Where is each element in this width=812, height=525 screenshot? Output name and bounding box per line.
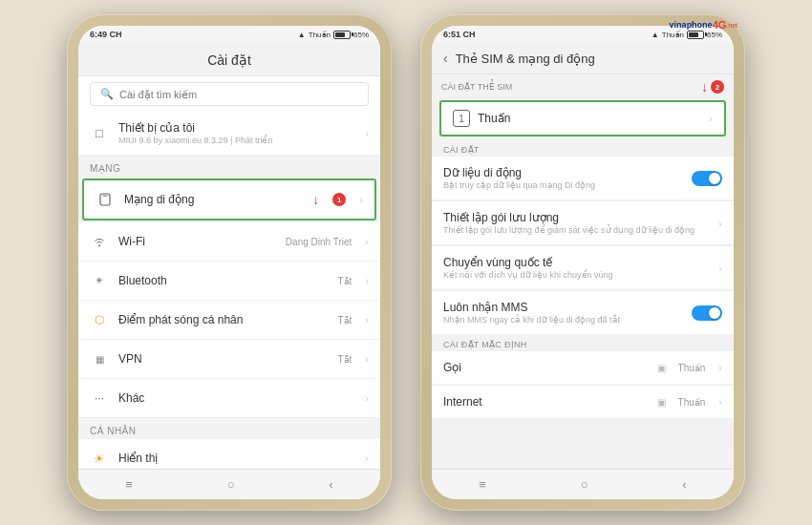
menu-item-internet[interactable]: Internet ▣ Thuấn › <box>432 386 734 419</box>
bottom-nav-1: ≡ ○ ‹ <box>78 469 380 499</box>
call-arrow: › <box>718 362 722 373</box>
internet-sim-icon: ▣ <box>657 397 666 408</box>
screen-content-1: □ Thiết bị của tôi MIUI 9.6 by xiaomi.eu… <box>78 112 380 469</box>
mobile-arrow: › <box>359 194 363 205</box>
internet-text: Internet <box>443 395 648 409</box>
search-input-1[interactable] <box>119 89 358 100</box>
mms-subtext: Nhận MMS ngay cả khi dữ liệu di động đã … <box>443 315 682 325</box>
device-text: Thiết bị của tôi <box>118 121 355 135</box>
signal-icon-2: ▲ <box>652 31 659 39</box>
mms-text: Luôn nhận MMS <box>443 301 682 314</box>
display-text: Hiển thị <box>118 452 355 465</box>
wifi-icon <box>90 232 109 251</box>
bluetooth-value: Tắt <box>337 276 352 286</box>
menu-item-mobile[interactable]: Mạng di động ↓ 1 › <box>82 178 376 220</box>
menu-item-hotspot[interactable]: ⬡ Điểm phát sóng cá nhân Tắt › <box>78 301 380 340</box>
vpn-value: Tắt <box>337 354 352 365</box>
menu-item-mms[interactable]: Luôn nhận MMS Nhận MMS ngay cả khi dữ li… <box>432 291 734 335</box>
red-arrow-2: ↓ <box>701 79 708 94</box>
menu-item-more[interactable]: ··· Khác › <box>78 379 380 418</box>
bluetooth-text: Bluetooth <box>118 274 328 287</box>
data-toggle[interactable] <box>692 171 722 186</box>
internet-arrow: › <box>718 396 722 408</box>
call-value: Thuấn <box>678 363 706 373</box>
phone-2: vinaphone 4G .net 6:51 CH ▲ Thuấn 65% ‹ … <box>420 14 745 511</box>
red-arrow-1: ↓ <box>312 192 319 207</box>
display-icon: ☀ <box>90 449 109 468</box>
annotation-2: 2 <box>711 80 724 94</box>
data-text: Dữ liệu di động <box>443 166 682 179</box>
menu-item-vpn[interactable]: ▦ VPN Tắt › <box>78 340 380 379</box>
vpn-text: VPN <box>118 352 328 366</box>
hotspot-arrow: › <box>365 314 369 326</box>
time-1: 6:49 CH <box>90 30 122 39</box>
annotation-1: 1 <box>332 193 346 206</box>
sim-item[interactable]: 1 Thuấn › <box>439 100 726 136</box>
roaming-subtext: Kết nối với dịch vụ dữ liệu khi chuyển v… <box>443 270 709 280</box>
display-arrow: › <box>365 452 369 464</box>
quota-arrow: › <box>718 218 722 229</box>
wifi-arrow: › <box>365 236 369 247</box>
mobile-text: Mạng di động <box>124 193 303 206</box>
status-bar-1: 6:49 CH ▲ Thuấn 65% <box>78 26 380 43</box>
menu-item-wifi[interactable]: Wi-Fi Dang Dinh Triet › <box>78 222 380 262</box>
more-text: Khác <box>118 391 355 405</box>
hotspot-value: Tắt <box>337 315 352 326</box>
quota-text: Thiết lập gói lưu lượng <box>443 211 709 224</box>
page-title-2: Thẻ SIM & mạng di động <box>456 52 595 66</box>
svg-rect-1 <box>103 196 108 197</box>
nav-home-1[interactable]: ○ <box>213 475 249 494</box>
hotspot-text: Điểm phát sóng cá nhân <box>118 313 328 326</box>
menu-item-bluetooth[interactable]: ✴ Bluetooth Tắt › <box>78 262 380 301</box>
settings-label: CÀI ĐẶT <box>432 140 734 157</box>
bluetooth-icon: ✴ <box>90 271 109 290</box>
mms-toggle[interactable] <box>692 305 722 321</box>
nav-home-2[interactable]: ○ <box>566 475 603 494</box>
bottom-nav-2: ≡ ○ ‹ <box>432 469 734 499</box>
signal-icon: ▲ <box>298 31 306 39</box>
roaming-arrow: › <box>718 262 722 274</box>
call-text: Gọi <box>443 361 648 374</box>
arrow-icon: › <box>365 128 369 139</box>
search-box-1[interactable]: 🔍 <box>90 82 369 106</box>
mobile-icon <box>96 190 115 209</box>
sim-name: Thuấn <box>478 112 701 125</box>
hotspot-icon: ⬡ <box>90 310 109 329</box>
menu-item-roaming[interactable]: Chuyển vùng quốc tế Kết nối với dịch vụ … <box>432 246 734 290</box>
screen-content-2: CÀI ĐẶT THẺ SIM ↓ 2 1 Thuấn › CÀI ĐẶT Dữ… <box>432 74 734 469</box>
roaming-text: Chuyển vùng quốc tế <box>443 256 709 269</box>
more-arrow: › <box>365 392 369 404</box>
menu-item-data[interactable]: Dữ liệu di động Bật truy cập dữ liệu qua… <box>432 157 734 200</box>
wifi-text: Wi-Fi <box>118 235 276 248</box>
vinaphone-logo: vinaphone 4G .net <box>670 19 737 31</box>
default-label: CÀI ĐẶT MẶC ĐỊNH <box>432 335 734 351</box>
menu-item-device[interactable]: □ Thiết bị của tôi MIUI 9.6 by xiaomi.eu… <box>78 112 380 156</box>
sim-arrow: › <box>709 113 713 124</box>
sim-settings-label: CÀI ĐẶT THẺ SIM ↓ 2 <box>432 74 734 96</box>
nav-back-1[interactable]: ‹ <box>314 475 347 494</box>
wifi-value: Dang Dinh Triet <box>286 237 352 247</box>
battery-pct-1: 65% <box>353 31 369 39</box>
nav-menu-1[interactable]: ≡ <box>111 475 147 494</box>
time-2: 6:51 CH <box>443 30 476 39</box>
call-sim-icon: ▣ <box>657 363 666 373</box>
menu-item-quota[interactable]: Thiết lập gói lưu lượng Thiết lập gói lư… <box>432 201 734 245</box>
data-subtext: Bật truy cập dữ liệu qua mạng Di động <box>443 180 682 190</box>
internet-value: Thuấn <box>678 397 706 408</box>
menu-item-call[interactable]: Gọi ▣ Thuấn › <box>432 351 734 385</box>
back-arrow-icon[interactable]: ‹ <box>443 51 448 66</box>
vpn-icon: ▦ <box>90 349 109 368</box>
network-name-2: Thuấn <box>662 31 684 39</box>
bluetooth-arrow: › <box>365 275 369 286</box>
sim-number: 1 <box>453 110 470 127</box>
section-personal: CÁ NHÂN <box>78 418 380 439</box>
section-mang: MẠNG <box>78 156 380 177</box>
menu-item-display[interactable]: ☀ Hiển thị › <box>78 439 380 469</box>
phone-1: 6:49 CH ▲ Thuấn 65% Cài đặt 🔍 □ <box>67 14 392 511</box>
more-icon: ··· <box>90 388 109 408</box>
quota-subtext: Thiết lập gói lưu lượng để giám sát việc… <box>443 225 709 235</box>
nav-menu-2[interactable]: ≡ <box>464 475 501 494</box>
device-icon: □ <box>90 124 109 143</box>
nav-back-2[interactable]: ‹ <box>668 475 700 494</box>
search-icon: 🔍 <box>100 88 114 100</box>
